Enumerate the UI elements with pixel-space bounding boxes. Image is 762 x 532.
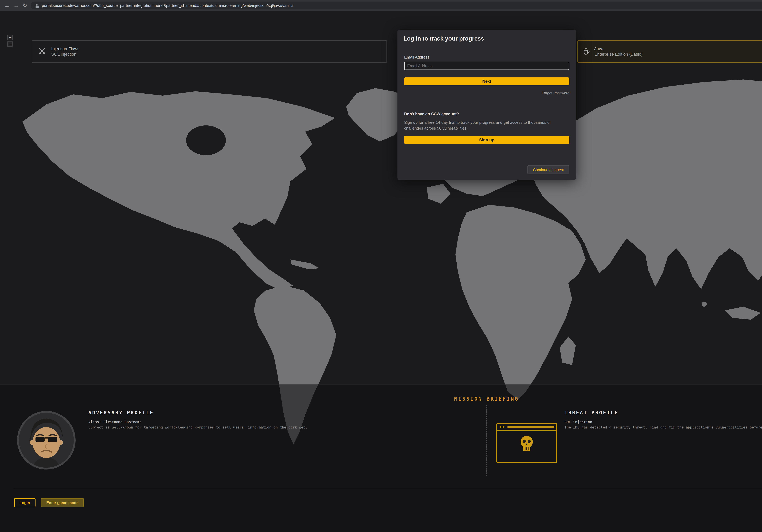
modal-title: Log in to track your progress — [404, 36, 484, 42]
url-text: portal.securecodewarrior.com/?utm_source… — [42, 3, 762, 8]
adversary-alias: Alias: Firstname Lastname — [88, 420, 308, 424]
mission-briefing-title: MISSION BRIEFING — [0, 396, 762, 402]
enter-game-mode-button[interactable]: Enter game mode — [41, 498, 84, 507]
threat-name: SQL injection — [565, 420, 762, 424]
forward-button[interactable]: → — [13, 3, 19, 8]
email-label: Email Address — [404, 55, 429, 60]
adversary-avatar — [17, 411, 76, 470]
mission-divider — [487, 405, 487, 476]
zoom-out-button[interactable]: − — [7, 41, 13, 47]
browser-chrome: ← → ↻ portal.securecodewarrior.com/?utm_… — [0, 0, 762, 11]
threat-profile-title: THREAT PROFILE — [565, 410, 762, 416]
address-bar[interactable]: portal.securecodewarrior.com/?utm_source… — [31, 2, 762, 9]
zoom-in-button[interactable]: + — [7, 35, 13, 40]
next-button[interactable]: Next — [404, 77, 570, 85]
java-coffee-icon — [583, 46, 589, 57]
language-subtitle: Enterprise Edition (Basic) — [594, 51, 643, 57]
adversary-profile: ADVERSARY PROFILE Alias: Firstname Lastn… — [88, 410, 308, 429]
category-box: Injection Flaws SQL injection — [32, 40, 387, 63]
threat-description: The IDE has detected a security threat. … — [565, 425, 762, 429]
email-input[interactable] — [404, 62, 570, 70]
footer-divider — [14, 488, 762, 489]
threat-browser-icon — [496, 423, 557, 463]
page: ← → ↻ portal.securecodewarrior.com/?utm_… — [0, 0, 762, 532]
reload-button[interactable]: ↻ — [23, 3, 27, 8]
login-modal: Log in to track your progress Email Addr… — [398, 30, 576, 180]
language-selector[interactable]: Java Enterprise Edition (Basic) REMEMBER… — [577, 40, 762, 63]
no-account-text: Don't have an SCW account? — [404, 112, 459, 116]
login-button[interactable]: Login — [14, 498, 36, 507]
forgot-password-link[interactable]: Forgot Password — [542, 91, 570, 95]
skull-icon — [516, 434, 537, 458]
adversary-profile-title: ADVERSARY PROFILE — [88, 410, 308, 416]
category-subtitle: SQL injection — [51, 51, 79, 57]
signup-button[interactable]: Sign up — [404, 136, 570, 144]
mission-overlay — [0, 384, 762, 532]
lock-icon — [35, 0, 39, 11]
adversary-description: Subject is well-known for targeting worl… — [88, 425, 308, 429]
category-title: Injection Flaws — [51, 46, 79, 51]
threat-profile: THREAT PROFILE SQL injection The IDE has… — [565, 410, 762, 429]
crossed-swords-icon — [38, 46, 46, 57]
signup-text: Sign up for a free 14-day trial to track… — [404, 119, 570, 131]
language-title: Java — [594, 46, 643, 51]
continue-as-guest-button[interactable]: Continue as guest — [527, 165, 570, 174]
back-button[interactable]: ← — [4, 3, 10, 8]
